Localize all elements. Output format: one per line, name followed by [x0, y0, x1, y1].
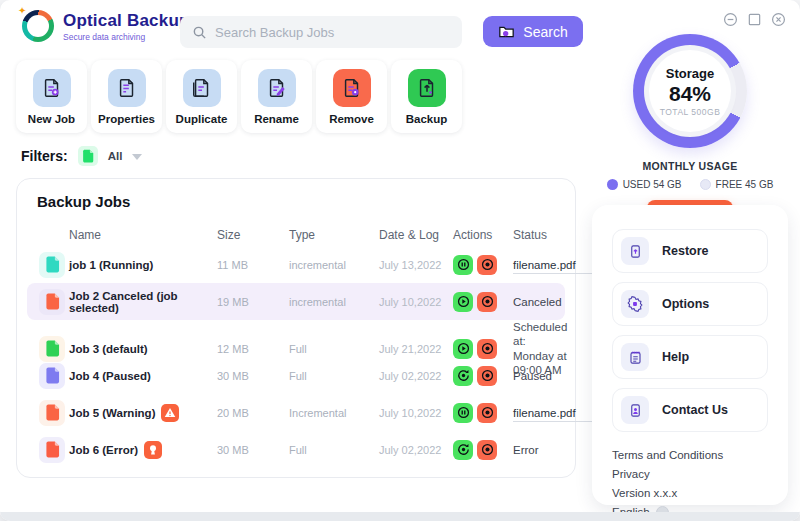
file-icon	[39, 363, 65, 389]
terms-link[interactable]: Terms and Conditions	[612, 446, 768, 465]
job-date: July 02,2022	[379, 444, 453, 456]
close-button[interactable]	[771, 12, 786, 27]
status-filename[interactable]: filename.pdf	[513, 259, 599, 274]
job-actions	[453, 339, 513, 359]
new-job-icon	[33, 69, 71, 107]
table-header: Name Size Type Date & Log Actions Status	[27, 224, 565, 246]
duplicate-icon	[183, 69, 221, 107]
gear-icon	[621, 290, 649, 318]
job-actions	[453, 440, 513, 460]
toolbar-button-properties[interactable]: Properties	[91, 60, 162, 133]
pause-button[interactable]	[453, 403, 473, 423]
file-icon	[39, 252, 65, 278]
file-icon	[39, 336, 65, 362]
play-button[interactable]	[453, 339, 473, 359]
table-row[interactable]: Job 6 (Error) 30 MB Full July 02,2022 Er…	[27, 431, 565, 468]
table-row[interactable]: Job 4 (Paused) 30 MB Full July 02,2022 P…	[27, 357, 565, 394]
help-icon	[621, 343, 649, 371]
record-button[interactable]	[477, 292, 497, 312]
job-size: 19 MB	[217, 296, 289, 308]
remove-icon	[333, 69, 371, 107]
table-row[interactable]: job 1 (Running) 11 MB incremental July 1…	[27, 246, 565, 283]
menu-label: Contact Us	[662, 403, 728, 417]
column-header-type: Type	[289, 228, 379, 242]
sparkle-icon: ✦	[18, 5, 26, 16]
privacy-link[interactable]: Privacy	[612, 465, 768, 484]
version-label: Version x.x.x	[612, 484, 768, 503]
job-status: Error	[513, 444, 565, 456]
job-actions	[453, 255, 513, 275]
status-line: Scheduled at:	[513, 320, 567, 349]
file-icon	[39, 400, 65, 426]
table-row[interactable]: Job 5 (Warning) 20 MB Incremental July 1…	[27, 394, 565, 431]
job-status: filename.pdf	[513, 255, 599, 274]
filter-selected-value[interactable]: All	[108, 150, 123, 162]
job-status: filename.pdf	[513, 403, 599, 422]
job-size: 11 MB	[217, 259, 289, 271]
job-name: Job 5 (Warning)	[69, 404, 217, 422]
logo: ✦ Optical Backup Secure data archiving	[22, 10, 190, 42]
play-button[interactable]	[453, 292, 473, 312]
toolbar-button-duplicate[interactable]: Duplicate	[166, 60, 237, 133]
search-button[interactable]: Search	[483, 16, 583, 47]
search-button-label: Search	[523, 24, 567, 40]
job-type: Full	[289, 370, 379, 382]
job-name: job 1 (Running)	[69, 259, 217, 271]
column-header-name: Name	[69, 228, 217, 242]
contact-icon	[621, 396, 649, 424]
rename-icon	[258, 69, 296, 107]
toolbar-button-new-job[interactable]: New Job	[16, 60, 87, 133]
filters-label: Filters:	[21, 148, 68, 164]
restore-button[interactable]: Restore	[612, 229, 768, 273]
job-date: July 21,2022	[379, 343, 453, 355]
file-icon	[39, 289, 65, 315]
job-type: incremental	[289, 259, 379, 271]
maximize-button[interactable]	[747, 12, 762, 27]
column-header-status: Status	[513, 228, 565, 242]
menu-label: Help	[662, 350, 689, 364]
job-size: 30 MB	[217, 444, 289, 456]
pause-button[interactable]	[453, 255, 473, 275]
column-header-size: Size	[217, 228, 289, 242]
search-bar	[180, 16, 462, 48]
job-type: Full	[289, 444, 379, 456]
app-window: ✦ Optical Backup Secure data archiving S…	[0, 0, 800, 521]
record-button[interactable]	[477, 339, 497, 359]
toolbar-label: Backup	[406, 113, 448, 125]
help-button[interactable]: Help	[612, 335, 768, 379]
toolbar-button-rename[interactable]: Rename	[241, 60, 312, 133]
toolbar-button-backup[interactable]: Backup	[391, 60, 462, 133]
job-type: Full	[289, 343, 379, 355]
chevron-down-icon[interactable]	[132, 154, 142, 160]
restart-button[interactable]	[453, 366, 473, 386]
minimize-button[interactable]	[723, 12, 738, 27]
table-row[interactable]: Job 3 (default) 12 MB Full July 21,2022 …	[27, 320, 565, 357]
toolbar-label: Rename	[254, 113, 299, 125]
restart-button[interactable]	[453, 440, 473, 460]
storage-total: TOTAL 500GB	[660, 107, 721, 117]
job-name: Job 6 (Error)	[69, 441, 217, 459]
search-input[interactable]	[215, 25, 435, 40]
backup-icon	[408, 69, 446, 107]
contact-us-button[interactable]: Contact Us	[612, 388, 768, 432]
job-size: 20 MB	[217, 407, 289, 419]
app-subtitle: Secure data archiving	[63, 32, 190, 42]
storage-legend: USED 54 GB FREE 45 GB	[590, 179, 790, 190]
free-label: FREE 45 GB	[716, 179, 774, 190]
job-name: Job 3 (default)	[69, 343, 217, 355]
options-button[interactable]: Options	[612, 282, 768, 326]
job-name-text: Job 5 (Warning)	[69, 407, 155, 419]
filters-row: Filters: All	[21, 146, 142, 166]
job-date: July 13,2022	[379, 259, 453, 271]
footer-links: Terms and Conditions Privacy Version x.x…	[612, 446, 768, 521]
restore-icon	[621, 237, 649, 265]
record-button[interactable]	[477, 403, 497, 423]
record-button[interactable]	[477, 440, 497, 460]
status-filename[interactable]: filename.pdf	[513, 407, 599, 422]
used-dot	[607, 179, 618, 190]
record-button[interactable]	[477, 366, 497, 386]
toolbar-button-remove[interactable]: Remove	[316, 60, 387, 133]
table-row-selected[interactable]: Job 2 Canceled (job selected) 19 MB incr…	[27, 283, 565, 320]
record-button[interactable]	[477, 255, 497, 275]
toolbar-label: Duplicate	[176, 113, 228, 125]
